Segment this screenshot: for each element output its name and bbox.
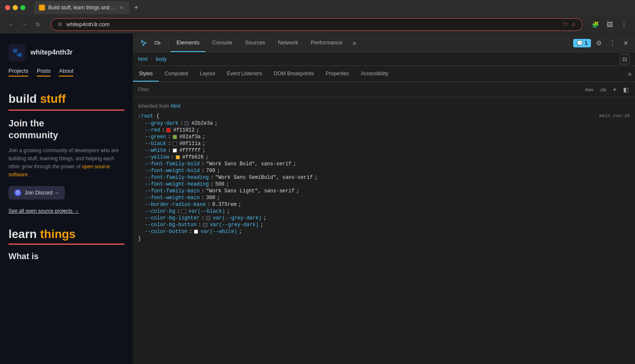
- tab-elements[interactable]: Elements: [171, 34, 205, 52]
- css-selector-line: :root { main.css:25: [133, 112, 635, 120]
- color-swatch[interactable]: [206, 216, 210, 220]
- tab-layout[interactable]: Layout: [194, 66, 221, 82]
- more-options-button[interactable]: ⋮: [606, 37, 618, 49]
- url-text: whitep4nth3r.com: [66, 21, 558, 27]
- css-file-ref[interactable]: main.css:25: [599, 113, 630, 119]
- new-tab-button[interactable]: +: [131, 3, 141, 13]
- color-swatch[interactable]: [176, 155, 180, 159]
- tab-dom-breakpoints[interactable]: DOM Breakpoints: [268, 66, 320, 82]
- inspect-element-button[interactable]: [138, 37, 150, 49]
- tab-styles[interactable]: Styles: [133, 66, 159, 82]
- css-value: "Work Sans Bold", sans-serif: [206, 161, 292, 167]
- color-swatch[interactable]: [173, 142, 177, 146]
- learn-heading: learn things: [8, 227, 124, 241]
- css-prop-name: --black: [145, 141, 166, 147]
- tab-sources[interactable]: Sources: [239, 34, 271, 52]
- color-swatch[interactable]: [173, 135, 177, 139]
- css-prop-name: --color-bg: [145, 208, 175, 214]
- bookmark-button[interactable]: 🧩: [589, 19, 601, 30]
- tab-label: Build stuff, learn things and ...: [48, 5, 115, 11]
- color-swatch[interactable]: [173, 148, 177, 153]
- css-prop-name: --font-family-bold: [145, 161, 200, 167]
- site-name: whitep4nth3r: [30, 49, 73, 56]
- devtools-icons: [133, 37, 169, 49]
- css-prop-name: --yellow: [145, 154, 169, 160]
- add-style-rule-button[interactable]: +: [610, 85, 619, 94]
- color-swatch[interactable]: [194, 230, 198, 234]
- reload-button[interactable]: ↻: [32, 19, 44, 30]
- site-logo: 🐾: [8, 44, 25, 61]
- tab-console[interactable]: Console: [206, 34, 238, 52]
- css-property-line: --white: #ffffff;: [133, 147, 635, 154]
- css-prop-name: --green: [145, 134, 166, 140]
- forward-button[interactable]: →: [19, 19, 30, 30]
- hov-filter-button[interactable]: :hov: [583, 86, 595, 93]
- tab-accessibility[interactable]: Accessibility: [355, 66, 394, 82]
- minimize-button[interactable]: [13, 5, 18, 10]
- close-devtools-button[interactable]: ✕: [620, 37, 632, 49]
- website-header: 🐾 whitep4nth3r: [0, 34, 133, 68]
- devtools-tabs: Elements Console Sources Network Perform…: [169, 34, 362, 52]
- tab-close-button[interactable]: ✕: [119, 5, 124, 11]
- breadcrumb-html[interactable]: html: [138, 56, 148, 62]
- breadcrumb-body[interactable]: body: [156, 56, 167, 62]
- back-button[interactable]: ←: [5, 19, 17, 30]
- build-section: build stuff: [8, 92, 124, 111]
- inherited-html-link[interactable]: html: [171, 103, 180, 109]
- notification-badge[interactable]: 💬 1: [573, 39, 591, 47]
- css-value: var(--black): [188, 208, 225, 214]
- community-heading: Join the community: [8, 118, 124, 142]
- more-tabs-button[interactable]: »: [349, 34, 360, 52]
- close-button[interactable]: [5, 5, 10, 10]
- warning-icon: ⚠: [570, 21, 577, 28]
- traffic-lights: [5, 5, 25, 10]
- css-property-line: --grey-dark: #2b2e3a;: [133, 120, 635, 127]
- nav-item-projects[interactable]: Projects: [8, 68, 28, 77]
- color-swatch[interactable]: [185, 121, 189, 126]
- title-bar: Build stuff, learn things and ... ✕ +: [0, 0, 635, 15]
- filter-actions: :hov .cls + ◧: [583, 85, 630, 94]
- css-value: var(--grey-dark): [213, 215, 262, 221]
- css-selector: :root {: [138, 113, 159, 119]
- device-toolbar-button[interactable]: [152, 37, 163, 49]
- css-prop-name: --font-weight-heading: [145, 181, 209, 187]
- filter-input[interactable]: [138, 87, 580, 93]
- discord-button[interactable]: D Join Discord →: [8, 186, 65, 200]
- css-property-line: --black: #0f111a;: [133, 140, 635, 147]
- css-value: 700: [206, 168, 215, 174]
- tab-properties[interactable]: Properties: [320, 66, 355, 82]
- settings-button[interactable]: ⚙: [593, 37, 605, 49]
- css-prop-name: --font-weight-bold: [145, 168, 200, 174]
- learn-underline: [8, 244, 124, 245]
- css-value: var(--white): [201, 229, 237, 235]
- menu-button[interactable]: ⋮: [618, 19, 630, 30]
- tab-network[interactable]: Network: [272, 34, 304, 52]
- css-property-line: --red: #f11012;: [133, 127, 635, 134]
- color-swatch[interactable]: [182, 209, 186, 213]
- active-tab[interactable]: Build stuff, learn things and ... ✕: [34, 1, 130, 14]
- address-bar[interactable]: ⊞ whitep4nth3r.com 🛡 ⚠: [51, 18, 583, 31]
- tab-event-listeners[interactable]: Event Listeners: [221, 66, 268, 82]
- devtools-panel: Elements Console Sources Network Perform…: [133, 34, 635, 364]
- cls-filter-button[interactable]: .cls: [598, 86, 608, 93]
- color-swatch[interactable]: [203, 223, 207, 227]
- computed-layout-button[interactable]: ⊟: [620, 54, 630, 64]
- css-prop-name: --font-weight-main: [145, 195, 200, 201]
- tab-computed[interactable]: Computed: [159, 66, 194, 82]
- css-prop-name: --grey-dark: [145, 120, 178, 126]
- grid-icon: ⊞: [56, 21, 63, 28]
- nav-item-posts[interactable]: Posts: [37, 68, 51, 77]
- css-value: #82af3a: [179, 134, 201, 140]
- inherited-label: Inherited from html: [133, 101, 635, 112]
- toggle-sidebar-button[interactable]: ◧: [621, 85, 630, 94]
- site-nav: Projects Posts About: [0, 68, 133, 83]
- tab-performance[interactable]: Performance: [305, 34, 348, 52]
- color-swatch[interactable]: [166, 128, 171, 132]
- more-styles-tabs-button[interactable]: »: [624, 66, 635, 82]
- nav-item-about[interactable]: About: [59, 68, 73, 77]
- fullscreen-button[interactable]: [20, 5, 25, 10]
- css-content: Inherited from html :root { main.css:25 …: [133, 97, 635, 364]
- css-value: #f11012: [173, 127, 194, 133]
- cast-button[interactable]: 🖼: [604, 19, 616, 30]
- open-source-projects-link[interactable]: See all open source projects →: [8, 208, 124, 214]
